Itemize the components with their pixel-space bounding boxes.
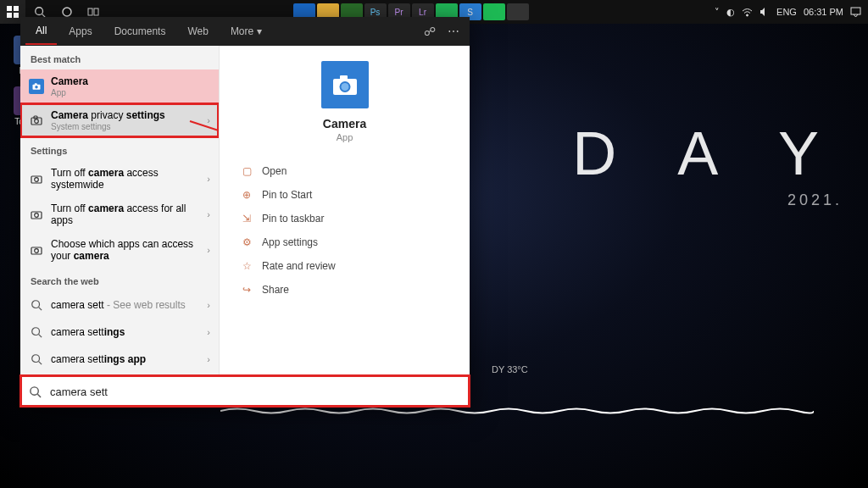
wallpaper-title: D A Y: [572, 119, 843, 188]
decorative-wave: [220, 407, 814, 415]
svg-rect-2: [7, 13, 12, 18]
open-icon: ▢: [240, 164, 253, 178]
preview-subtitle: App: [337, 132, 353, 142]
svg-point-6: [63, 8, 71, 16]
action-app-settings[interactable]: ⚙App settings: [235, 230, 454, 254]
result-web-item[interactable]: camera settings ›: [20, 319, 219, 346]
chevron-right-icon: ›: [207, 245, 210, 255]
tray-language[interactable]: ENG: [776, 7, 797, 17]
wallpaper-subtitle: 2021.: [572, 191, 843, 209]
action-label: Open: [262, 165, 287, 177]
svg-point-18: [35, 178, 39, 182]
result-title: Camera: [51, 75, 88, 87]
tab-more-label: More: [231, 25, 253, 37]
camera-settings-icon: [29, 242, 44, 258]
desktop: D A Y 2021. DY 33°C Du... Tor B... Ps Pr…: [0, 0, 868, 488]
svg-line-28: [39, 362, 42, 365]
taskbar-pin[interactable]: [507, 3, 529, 20]
result-preview-panel: Camera App ▢Open ⊕Pin to Start ⇲Pin to t…: [220, 46, 470, 375]
section-best-match: Best match: [20, 46, 219, 69]
tab-documents[interactable]: Documents: [104, 19, 176, 44]
svg-point-37: [31, 386, 38, 394]
action-pin-start[interactable]: ⊕Pin to Start: [235, 183, 454, 207]
pin-icon: ⊕: [240, 188, 253, 202]
svg-rect-8: [94, 8, 98, 15]
result-subtitle: System settings: [51, 122, 200, 131]
result-web-item[interactable]: camera settings in windows 7 ›: [20, 373, 219, 375]
svg-rect-13: [35, 83, 37, 85]
section-search-web: Search the web: [20, 268, 219, 291]
result-title: Camera privacy settings: [51, 109, 200, 121]
tab-all[interactable]: All: [25, 18, 57, 45]
result-camera-privacy-settings[interactable]: Camera privacy settings System settings …: [20, 103, 219, 137]
gear-icon: ⚙: [240, 236, 253, 249]
pin-icon: ⇲: [240, 212, 253, 225]
chevron-right-icon: ›: [207, 115, 210, 125]
results-left-column: Best match Camera App Camera privacy set…: [20, 46, 220, 375]
chevron-right-icon: ›: [207, 354, 210, 364]
action-label: Rate and review: [262, 260, 336, 272]
share-icon: ↪: [240, 283, 253, 297]
svg-point-27: [32, 355, 40, 363]
action-rate[interactable]: ☆Rate and review: [235, 254, 454, 278]
svg-point-12: [35, 86, 37, 88]
result-title: camera settings: [51, 326, 200, 338]
svg-rect-10: [851, 8, 860, 14]
action-label: App settings: [262, 236, 318, 248]
volume-icon[interactable]: [760, 7, 770, 17]
wifi-icon[interactable]: [742, 8, 753, 17]
action-label: Pin to taskbar: [262, 213, 324, 225]
result-camera-app[interactable]: Camera App: [20, 69, 219, 103]
wallpaper-text: D A Y 2021.: [572, 119, 843, 209]
feedback-icon[interactable]: ☍: [419, 25, 441, 38]
app-actions: ▢Open ⊕Pin to Start ⇲Pin to taskbar ⚙App…: [235, 159, 454, 302]
preview-title: Camera: [323, 117, 366, 130]
search-icon: [29, 324, 44, 340]
svg-rect-1: [14, 6, 19, 11]
tab-more[interactable]: More ▾: [220, 19, 272, 44]
result-settings-item[interactable]: Turn off camera access systemwide ›: [20, 161, 219, 197]
result-settings-item[interactable]: Choose which apps can access your camera…: [20, 232, 219, 268]
tray-clock[interactable]: 06:31 PM: [804, 7, 843, 17]
weather-widget[interactable]: DY 33°C: [492, 364, 528, 374]
camera-icon: [29, 79, 44, 94]
search-icon: [29, 385, 42, 398]
chevron-right-icon: ›: [207, 174, 210, 184]
svg-line-24: [39, 308, 42, 311]
notifications-icon[interactable]: [850, 7, 861, 18]
camera-settings-icon: [29, 207, 44, 222]
result-title: camera sett - See web results: [51, 299, 200, 311]
action-share[interactable]: ↪Share: [235, 278, 454, 302]
svg-rect-3: [14, 13, 19, 18]
search-tabs: All Apps Documents Web More ▾ ☍ ⋯: [20, 17, 470, 46]
svg-point-20: [35, 214, 39, 218]
search-input[interactable]: [48, 385, 461, 399]
action-pin-taskbar[interactable]: ⇲Pin to taskbar: [235, 207, 454, 230]
chevron-down-icon: ▾: [257, 25, 262, 37]
camera-settings-icon: [29, 171, 44, 186]
search-icon: [29, 352, 44, 367]
search-icon: [29, 297, 44, 313]
svg-line-38: [37, 394, 41, 397]
svg-point-15: [35, 119, 39, 124]
svg-point-9: [747, 14, 748, 16]
result-title: Turn off camera access systemwide: [51, 167, 200, 191]
tab-apps[interactable]: Apps: [58, 19, 102, 44]
tray-icon[interactable]: ◐: [726, 7, 735, 18]
result-title: camera settings app: [51, 353, 200, 365]
star-icon: ☆: [240, 259, 253, 273]
taskbar-pin-spotify[interactable]: [483, 3, 505, 20]
result-settings-item[interactable]: Turn off camera access for all apps ›: [20, 197, 219, 232]
result-title: Turn off camera access for all apps: [51, 202, 200, 226]
result-title: Choose which apps can access your camera: [51, 238, 200, 262]
svg-point-4: [36, 8, 43, 15]
svg-point-23: [32, 301, 40, 308]
more-options-icon[interactable]: ⋯: [442, 25, 465, 38]
app-tile[interactable]: [321, 61, 369, 108]
tab-web[interactable]: Web: [177, 19, 218, 44]
tray-chevron-icon[interactable]: ˅: [715, 7, 720, 18]
action-open[interactable]: ▢Open: [235, 159, 454, 183]
result-web-item[interactable]: camera settings app ›: [20, 346, 219, 373]
result-web-item[interactable]: camera sett - See web results ›: [20, 291, 219, 319]
chevron-right-icon: ›: [207, 209, 210, 219]
